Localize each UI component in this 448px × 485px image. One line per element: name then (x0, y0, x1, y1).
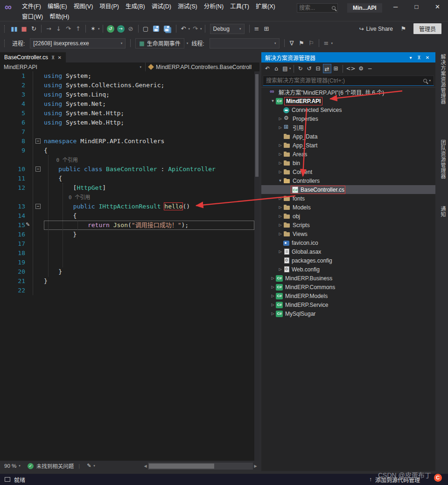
tree-item-solution-node[interactable]: 解决方案"MindERP.API"(6 个项目, 共 6 个) (261, 88, 435, 97)
tree-item-folder-app-start[interactable]: ▷App_Start (261, 141, 435, 150)
browser-link-icon[interactable]: → (117, 25, 125, 33)
pending-changes-icon[interactable]: ↻ (296, 64, 305, 73)
close-icon[interactable]: ✕ (57, 55, 61, 60)
code-line[interactable]: 0 个引用 (0, 193, 254, 202)
scrollbar-track[interactable] (148, 463, 253, 470)
tree-item-properties[interactable]: ▷Properties (261, 114, 435, 123)
tree-item-folder-bin[interactable]: ▷bin (261, 159, 435, 167)
back-icon[interactable]: ↶ (263, 64, 272, 73)
tree-expand-icon[interactable]: ▷ (277, 170, 283, 174)
process-select[interactable]: [22608] iisexpress.exe▾ (30, 38, 126, 48)
tree-item-folder-app-data[interactable]: App_Data (261, 132, 435, 141)
menu-item[interactable]: 工具(T) (227, 1, 252, 10)
scroll-right-icon[interactable]: ▶ (253, 464, 258, 468)
code-line[interactable]: 2using System.Collections.Generic; (0, 81, 254, 90)
tree-expand-icon[interactable]: ▷ (277, 205, 283, 209)
tree-item-folder-content[interactable]: ▷Content (261, 167, 435, 176)
tree-item-folder-obj[interactable]: ▷obj (261, 212, 435, 221)
pin-icon[interactable]: ⊼ (415, 55, 423, 60)
switch-views-icon[interactable]: ▤ (281, 64, 289, 73)
code-line[interactable]: 18 (0, 249, 254, 258)
menu-item[interactable]: 帮助(H) (46, 12, 72, 21)
tree-collapse-icon[interactable]: ▼ (277, 179, 283, 183)
vertical-scrollbar[interactable] (254, 71, 259, 461)
sync-with-active-document-icon[interactable]: ⇄ (323, 64, 331, 73)
tree-expand-icon[interactable]: ▷ (270, 294, 276, 298)
quick-search-input[interactable] (299, 5, 330, 11)
code-line[interactable]: 3using System.Linq; (0, 90, 254, 99)
menu-item[interactable]: 扩展(X) (252, 1, 279, 10)
code-line[interactable]: 19 (0, 258, 254, 267)
scroll-left-icon[interactable]: ◀ (143, 464, 148, 468)
code-line[interactable]: 13− public IHttpActionResult hello() (0, 202, 254, 211)
tree-collapse-icon[interactable]: ▼ (270, 99, 276, 103)
code-line[interactable]: 22 (0, 286, 254, 295)
fold-collapse-icon[interactable]: − (35, 166, 41, 172)
pin-icon[interactable]: ⊼ (51, 55, 55, 60)
tab-basecontroller[interactable]: BaseController.cs ⊼✕ (0, 52, 66, 62)
horizontal-scrollbar[interactable]: ◀ ▶ (143, 462, 258, 470)
toolbar-overflow-icon[interactable]: ≡ (322, 39, 331, 48)
scrollbar-thumb[interactable] (255, 74, 259, 177)
menu-item[interactable]: 生成(B) (122, 1, 148, 10)
code-line[interactable]: 17 (0, 239, 254, 249)
chevron-down-icon[interactable]: ▾ (189, 27, 190, 31)
thread-select[interactable]: ▾ (210, 38, 280, 48)
flag-outline-icon[interactable]: ⚐ (307, 39, 316, 48)
vertical-tab-solution-explorer[interactable]: 解决方案资源管理器 (439, 54, 447, 104)
scrollbar-thumb[interactable] (149, 464, 214, 469)
code-line[interactable]: 8−namespace MindERP.API.Controllers (0, 137, 254, 146)
close-icon[interactable]: ✕ (423, 55, 432, 60)
fold-collapse-icon[interactable]: − (35, 204, 41, 209)
tree-expand-icon[interactable]: ▷ (270, 312, 276, 316)
tree-item-folder-areas[interactable]: ▷Areas (261, 150, 435, 159)
fold-collapse-icon[interactable]: − (35, 139, 41, 144)
tree-item-folder-controllers[interactable]: ▼Controllers (261, 176, 435, 185)
tree-item-folder-models[interactable]: ▷Models (261, 203, 435, 212)
menu-item[interactable]: 分析(N) (201, 1, 227, 10)
tree-item-project-minderp-service[interactable]: ▷MindERP.Service (261, 300, 435, 309)
tree-expand-icon[interactable]: ▷ (277, 267, 283, 271)
code-line[interactable]: 16 } (0, 230, 254, 239)
view-code-icon[interactable]: <> (345, 64, 357, 73)
menu-item[interactable]: 编辑(E) (44, 1, 70, 10)
vertical-tab-notifications[interactable]: 通知 (439, 206, 447, 217)
tree-expand-icon[interactable]: ▷ (277, 249, 283, 254)
tree-item-file-global-asax[interactable]: ▷Global.asax (261, 247, 435, 256)
step-out-icon[interactable]: ↑ (74, 24, 83, 34)
health-check-icon[interactable]: ✓ (28, 463, 34, 469)
code-line[interactable]: 11 { (0, 174, 254, 183)
tree-item-file-packages-config[interactable]: packages.config (261, 256, 435, 265)
tree-item-project-minderp-business[interactable]: ▷MindERP.Business (261, 274, 435, 283)
lifecycle-events-button[interactable]: ▦生命周期事件 (135, 38, 184, 48)
tree-expand-icon[interactable]: ▷ (270, 276, 276, 280)
tree-expand-icon[interactable]: ▷ (277, 214, 283, 218)
tree-expand-icon[interactable]: ▷ (277, 161, 283, 165)
code-editor[interactable]: 1using System;2using System.Collections.… (0, 71, 254, 461)
code-line[interactable]: 14 { (0, 211, 254, 221)
nav-type-select[interactable]: MindERP.API.Controllers.BaseControll (146, 62, 259, 71)
code-line[interactable]: 9{ (0, 146, 254, 155)
code-line[interactable]: 10− public class BaseController : ApiCon… (0, 165, 254, 174)
tree-expand-icon[interactable]: ▷ (277, 223, 283, 227)
code-line[interactable]: 7 (0, 127, 254, 137)
solution-search-input[interactable] (266, 77, 421, 84)
vertical-tab-team-explorer[interactable]: 团队资源管理器 (439, 140, 447, 179)
admin-badge[interactable]: 管理员 (413, 23, 441, 34)
undo-icon[interactable]: ↶ (179, 24, 188, 34)
browser-link-refresh-icon[interactable]: ↺ (107, 25, 114, 33)
redo-icon[interactable]: ↷ (191, 24, 200, 34)
show-next-statement-icon[interactable]: → (44, 24, 53, 34)
code-line[interactable]: 20 } (0, 267, 254, 277)
filter-icon[interactable]: ∇ (287, 39, 296, 48)
save-icon[interactable] (153, 26, 159, 32)
flag-current-thread-icon[interactable]: ⚑ (297, 39, 306, 48)
maximize-button[interactable]: □ (406, 0, 427, 14)
link-disabled-icon[interactable]: ⊘ (126, 24, 135, 34)
properties-icon[interactable]: ⚙ (357, 64, 365, 73)
menu-item[interactable]: 窗口(W) (19, 12, 46, 21)
home-icon[interactable]: ⌂ (272, 64, 280, 73)
menu-item[interactable]: 调试(D) (148, 1, 175, 10)
tree-item-connected-services[interactable]: Connected Services (261, 105, 435, 114)
chevron-down-icon[interactable]: ▾ (200, 27, 202, 31)
